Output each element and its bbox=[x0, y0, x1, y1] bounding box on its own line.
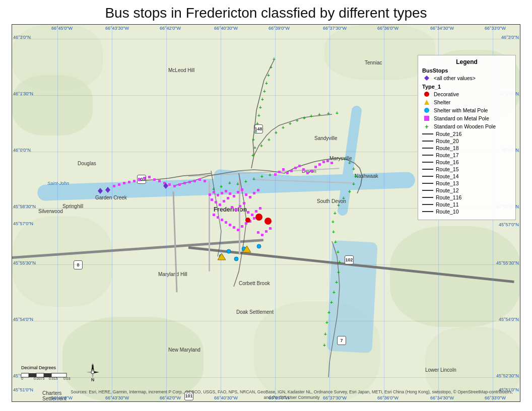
shield-8: 8 bbox=[74, 260, 83, 269]
terrain-w bbox=[12, 75, 93, 135]
legend-route-17-line bbox=[422, 155, 433, 156]
lon-label-8: 66°34'30"W bbox=[430, 26, 454, 31]
legend-standard-metal: Standard on Metal Pole bbox=[422, 115, 511, 122]
grid-v2 bbox=[112, 25, 112, 401]
scale-label: Decimal Degrees bbox=[21, 365, 82, 370]
svg-text:0.03: 0.03 bbox=[63, 377, 71, 380]
legend-shelter-metal: Shelter with Metal Pole bbox=[422, 107, 511, 114]
legend-decorative-icon bbox=[422, 91, 431, 98]
legend-route-14: Route_14 bbox=[422, 173, 511, 179]
svg-text:0: 0 bbox=[21, 377, 23, 380]
lat-label-6: 45°55'30"N bbox=[13, 260, 36, 265]
legend-other-values: <all other values> bbox=[422, 75, 511, 82]
legend-box: Legend BusStops <all other values> Type_… bbox=[418, 55, 516, 220]
legend-route-10-line bbox=[422, 211, 433, 212]
legend-route-13: Route_13 bbox=[422, 180, 511, 186]
lat-label-9: 45°51'0"N bbox=[13, 387, 33, 392]
attribution: Sources: Esri, HERE, Garmin, Intermap, i… bbox=[68, 389, 516, 400]
legend-shelter: Shelter bbox=[422, 99, 511, 106]
svg-marker-142 bbox=[424, 76, 429, 81]
legend-shelter-icon bbox=[422, 99, 431, 106]
page-container: Bus stops in Fredericton classfied by di… bbox=[0, 0, 532, 411]
grid-h1 bbox=[12, 39, 520, 39]
legend-route-13-label: Route_13 bbox=[436, 180, 459, 186]
legend-route-12: Route_12 bbox=[422, 187, 511, 193]
legend-standard-wooden-icon: + bbox=[422, 123, 431, 130]
shield-7: 7 bbox=[337, 336, 346, 345]
legend-route-116-line bbox=[422, 197, 433, 198]
scale-svg: 0 0.0075 0.015 0.03 bbox=[21, 371, 82, 380]
svg-text:+: + bbox=[425, 123, 429, 129]
legend-route-116-label: Route_116 bbox=[436, 194, 461, 200]
page-title: Bus stops in Fredericton classfied by di… bbox=[105, 0, 427, 24]
shield-105: 105 bbox=[137, 175, 146, 184]
road-local3 bbox=[239, 178, 240, 254]
legend-route-10: Route_10 bbox=[422, 209, 511, 215]
legend-route-216-line bbox=[422, 133, 433, 134]
svg-text:N: N bbox=[91, 364, 94, 368]
map-area: McLeod Hill Tenniac Douglas Saint-John S… bbox=[12, 24, 520, 402]
legend-standard-wooden-label: Standard on Wooden Pole bbox=[434, 123, 496, 129]
lat-label-2: 46°1'30"N bbox=[13, 91, 33, 96]
legend-route-11-line bbox=[422, 204, 433, 205]
legend-route-18: Route_18 bbox=[422, 145, 511, 151]
lat-label-7: 45°54'0"N bbox=[13, 317, 33, 322]
lat-label-1: 46°3'0"N bbox=[13, 35, 31, 40]
lon-label-3: 66°42'0"W bbox=[160, 26, 181, 31]
lat-label-r5: 45°57'0"N bbox=[499, 222, 519, 227]
grid-v7 bbox=[384, 25, 384, 401]
legend-decorative: Decorative bbox=[422, 91, 511, 98]
north-arrow: N N bbox=[85, 362, 98, 377]
lon-label-4: 66°40'30"W bbox=[214, 26, 238, 31]
legend-route-20-line bbox=[422, 141, 433, 142]
grid-h6 bbox=[12, 321, 520, 321]
legend-route-10-label: Route_10 bbox=[436, 209, 459, 215]
scale-bar: Decimal Degrees 0 0.0075 0.015 0.03 bbox=[21, 365, 82, 382]
lat-label-r6: 45°55'30"N bbox=[496, 260, 519, 265]
legend-route-216-label: Route_216 bbox=[436, 131, 461, 137]
lat-label-r1: 46°3'0"N bbox=[501, 35, 519, 40]
road-local2 bbox=[209, 181, 210, 271]
legend-route-16-label: Route_16 bbox=[436, 159, 459, 165]
legend-route-14-line bbox=[422, 176, 433, 177]
grid-v4 bbox=[221, 25, 221, 401]
legend-route-20: Route_20 bbox=[422, 138, 511, 144]
svg-point-161 bbox=[91, 371, 94, 374]
legend-type1-label: Type_1 bbox=[422, 84, 511, 90]
legend-route-15-label: Route_15 bbox=[436, 166, 459, 172]
lon-label-5: 66°39'0"W bbox=[269, 26, 290, 31]
legend-route-12-label: Route_12 bbox=[436, 187, 459, 193]
legend-route-17: Route_17 bbox=[422, 152, 511, 158]
svg-point-145 bbox=[424, 108, 429, 113]
shield-102: 102 bbox=[345, 255, 354, 264]
svg-text:0.0075: 0.0075 bbox=[34, 377, 45, 380]
legend-other-icon bbox=[422, 75, 431, 82]
lat-label-4: 45°58'30"N bbox=[13, 204, 36, 209]
legend-route-15-line bbox=[422, 169, 433, 170]
legend-route-16: Route_16 bbox=[422, 159, 511, 165]
north-arrow-svg: N N bbox=[85, 362, 100, 381]
legend-shelter-metal-label: Shelter with Metal Pole bbox=[434, 107, 488, 113]
svg-rect-146 bbox=[424, 116, 429, 121]
svg-point-143 bbox=[424, 92, 429, 97]
legend-decorative-label: Decorative bbox=[434, 91, 459, 97]
svg-text:N: N bbox=[91, 377, 95, 381]
legend-route-18-line bbox=[422, 148, 433, 149]
legend-route-13-line bbox=[422, 183, 433, 184]
svg-marker-144 bbox=[424, 100, 429, 105]
legend-route-20-label: Route_20 bbox=[436, 138, 459, 144]
legend-route-116: Route_116 bbox=[422, 194, 511, 200]
legend-title: Legend bbox=[422, 58, 511, 65]
legend-busstops-label: BusStops bbox=[422, 67, 511, 74]
legend-route-18-label: Route_18 bbox=[436, 145, 459, 151]
lon-label-2: 66°43'30"W bbox=[105, 26, 129, 31]
grid-h5 bbox=[12, 264, 520, 265]
legend-standard-metal-label: Standard on Metal Pole bbox=[434, 115, 489, 121]
shield-148: 148 bbox=[254, 124, 263, 133]
lon-label-1: 66°45'0"W bbox=[51, 26, 73, 31]
legend-shelter-label: Shelter bbox=[434, 99, 450, 105]
legend-route-15: Route_15 bbox=[422, 166, 511, 172]
grid-v6 bbox=[329, 25, 330, 401]
legend-route-12-line bbox=[422, 190, 433, 191]
grid-v5 bbox=[275, 25, 276, 401]
